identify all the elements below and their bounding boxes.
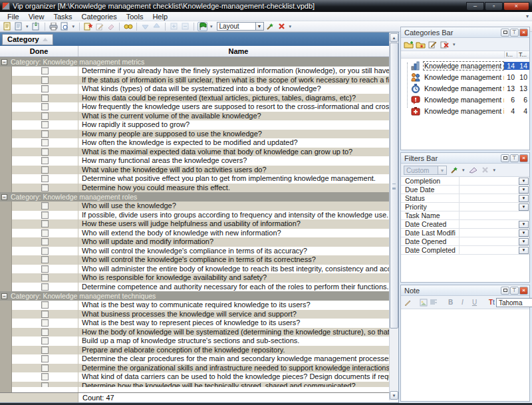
menu-tools[interactable]: Tools [122,13,148,21]
filter-dropdown-icon[interactable]: ▼ [519,238,529,245]
task-row[interactable]: How many functional areas the knowledge … [0,156,390,166]
filter-preset-value[interactable]: Custom [404,166,438,175]
task-checkbox[interactable] [41,247,49,255]
new-category-icon[interactable] [404,40,414,49]
new-note-icon[interactable] [2,22,12,31]
collapse-group-icon[interactable]: − [1,194,7,200]
task-row[interactable]: Who will use the knowledge? [0,202,390,211]
font-combo-value[interactable]: Tahoma [496,298,532,307]
underline-icon[interactable]: U [469,298,479,307]
column-header-name[interactable]: Name [78,46,398,57]
maximize-button[interactable]: ▫ [485,2,503,11]
filter-dropdown-icon[interactable]: ▼ [519,203,529,211]
apply-layout-icon[interactable] [265,22,275,31]
task-row[interactable]: Determine the organizational skills and … [0,364,390,373]
task-row[interactable]: What is the maximal expected data volume… [0,148,390,157]
task-checkbox[interactable] [41,175,49,182]
filter-dropdown-icon[interactable]: ▼ [519,178,529,185]
edit-note-icon[interactable] [404,298,412,307]
collapse-group-icon[interactable]: − [1,293,7,299]
task-row[interactable]: How the body of knowledge will be system… [0,328,390,337]
go-flag-icon[interactable] [198,22,207,31]
task-checkbox[interactable] [41,94,49,102]
panel-close-icon[interactable]: × [519,154,528,162]
menu-tasks[interactable]: Tasks [49,13,76,21]
task-row[interactable]: Determine how the knowledge will be tech… [0,382,390,388]
task-checkbox[interactable] [41,337,49,344]
task-checkbox[interactable] [41,382,49,387]
task-row[interactable]: Determine if you already have the finely… [0,67,390,76]
task-row[interactable]: What value the knowledge will add to act… [0,166,390,175]
layout-combo[interactable]: Layout ▼ [217,22,264,31]
filter-preset-arrow-icon[interactable]: ▼ [438,166,447,175]
partial-task-row[interactable] [0,387,398,392]
task-checkbox[interactable] [41,184,49,192]
task-checkbox[interactable] [41,256,49,263]
panel-pin-icon[interactable]: ⊤ [510,154,519,162]
task-checkbox[interactable] [41,355,49,362]
categories-col-total[interactable]: I... [504,51,517,58]
group-by-category-button[interactable]: Category [2,34,53,45]
category-list-item[interactable]: Knowledge management issues to protect a… [401,105,529,116]
column-header-done[interactable]: Done [0,46,78,57]
insert-object-icon[interactable] [420,298,428,307]
task-row[interactable]: What kinds (types) of data will be syste… [0,84,390,94]
delete-category-icon[interactable] [440,40,450,49]
task-row[interactable]: Who will control the knowledge's complia… [0,255,390,265]
category-list-item[interactable]: Knowledge management requirements66 [401,94,529,105]
apply-filter-overflow-icon[interactable]: ▾ [461,168,466,173]
task-row[interactable]: What is the best way to communicate requ… [0,301,390,310]
scroll-down-icon[interactable]: ▼ [390,391,398,400]
task-checkbox[interactable] [41,283,49,291]
categories-overflow-icon[interactable]: ▾ [452,42,457,47]
panel-restore-icon[interactable] [501,154,509,162]
delete-layout-icon[interactable] [277,22,287,31]
import-icon[interactable] [31,22,41,31]
task-checkbox[interactable] [41,311,49,318]
note-editor[interactable] [401,309,529,401]
task-row[interactable]: What is the current volume of the availa… [0,112,390,121]
task-checkbox[interactable] [41,301,49,309]
task-row[interactable]: Who will control the knowledge's complia… [0,247,390,256]
layout-combo-value[interactable]: Layout [217,22,255,31]
task-row[interactable]: Determine competence and authority neces… [0,283,390,292]
menu-overflow-icon[interactable]: ▾ [526,13,529,19]
task-checkbox[interactable] [41,364,49,372]
close-button[interactable]: × [503,2,529,11]
task-row[interactable]: If the status of information is still un… [0,76,390,85]
panel-restore-icon[interactable] [501,287,509,295]
task-checkbox[interactable] [41,85,49,92]
delete-filter-icon[interactable] [480,166,490,175]
task-checkbox[interactable] [41,103,49,110]
filter-dropdown-icon[interactable]: ▼ [519,221,529,228]
task-row[interactable]: What is the best way to represent pieces… [0,319,390,328]
new-task-icon[interactable] [83,22,93,31]
new-dropdown-icon[interactable]: ▾ [25,24,30,29]
task-checkbox[interactable] [41,211,49,219]
task-row[interactable]: Determine what positive effect you plan … [0,174,390,184]
task-checkbox[interactable] [41,319,49,327]
apply-filter-icon[interactable] [449,166,459,175]
task-row[interactable]: Who is responsible for knowledge availab… [0,273,390,283]
task-checkbox[interactable] [41,274,49,281]
task-checkbox[interactable] [41,229,49,237]
task-row[interactable]: How these users will judge helpfulness a… [0,219,390,229]
category-group-header[interactable]: −Category: Knowledge management metrics [0,57,390,67]
edit-category-icon[interactable] [428,40,438,49]
copy-note-icon[interactable] [13,22,23,31]
panel-close-icon[interactable]: × [519,29,528,37]
task-checkbox[interactable] [41,139,49,146]
task-row[interactable]: Who will administer the entire body of k… [0,265,390,274]
layout-overflow-icon[interactable]: ▾ [288,24,293,29]
menu-view[interactable]: View [24,13,49,21]
scroll-up-icon[interactable]: ▲ [390,33,398,42]
task-row[interactable]: How many people are supposed to use the … [0,130,390,139]
task-row[interactable]: How often the knowledge is expected to b… [0,138,390,148]
task-checkbox[interactable] [41,346,49,354]
task-row[interactable]: Build up a map of knowledge structure's … [0,337,390,346]
task-checkbox[interactable] [41,220,49,227]
task-checkbox[interactable] [41,121,49,128]
filter-dropdown-icon[interactable]: ▼ [519,247,529,254]
expand-icon[interactable] [169,22,179,31]
category-list-item[interactable]: Knowledge management roles1010 [401,71,529,82]
